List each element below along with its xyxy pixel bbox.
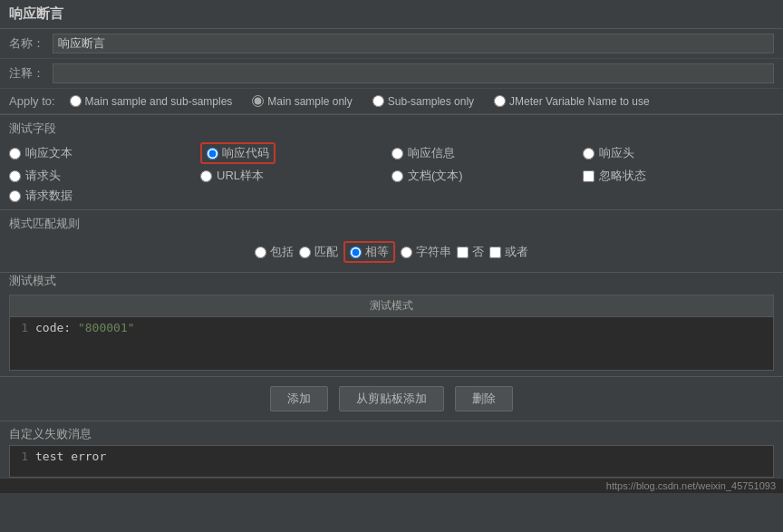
apply-jmeter-var-radio[interactable] [494,95,506,107]
custom-fail-section: 自定义失败消息 1 test error [0,421,783,478]
tf-ignore-status-label[interactable]: 忽略状态 [599,168,646,184]
pm-match-label[interactable]: 匹配 [314,244,338,260]
pm-includes-label[interactable]: 包括 [270,244,294,260]
tf-response-msg-radio[interactable] [392,148,403,160]
apply-sub-only-label[interactable]: Sub-samples only [388,95,474,108]
tf-url-sample-label[interactable]: URL样本 [217,168,264,184]
apply-main-sub: Main sample and sub-samples [70,95,233,108]
pm-or: 或者 [489,244,528,260]
tf-response-text-label[interactable]: 响应文本 [25,145,72,161]
pm-equals: 相等 [343,241,395,263]
tf-ignore-status-checkbox[interactable] [583,170,594,182]
tf-document-label[interactable]: 文档(文本) [408,168,463,184]
pm-equals-label[interactable]: 相等 [365,244,389,260]
line-content-string: "800001" [78,321,135,334]
pm-includes-radio[interactable] [255,247,266,258]
tf-request-data-label[interactable]: 请求数据 [25,188,72,204]
apply-jmeter-var-label[interactable]: JMeter Variable Name to use [509,95,650,108]
tf-response-header-radio[interactable] [583,148,594,160]
custom-fail-content-1: test error [35,450,106,463]
apply-to-label: Apply to: [9,94,55,108]
tf-response-text: 响应文本 [9,142,200,164]
tf-request-header-label[interactable]: 请求头 [25,168,61,184]
tf-response-msg: 响应信息 [392,142,583,164]
apply-jmeter-var: JMeter Variable Name to use [494,95,650,108]
pattern-match-title: 模式匹配规则 [9,216,774,232]
comment-label: 注释： [9,65,45,82]
apply-main-sub-radio[interactable] [70,95,82,107]
tf-ignore-status: 忽略状态 [583,168,774,184]
apply-to-row: Apply to: Main sample and sub-samples Ma… [0,89,783,114]
apply-main-only: Main sample only [252,95,352,108]
buttons-row: 添加 从剪贴板添加 删除 [0,376,783,421]
pm-equals-radio[interactable] [350,247,362,258]
tf-request-header: 请求头 [9,168,200,184]
pm-not-checkbox[interactable] [457,247,469,258]
tf-response-text-radio[interactable] [9,148,21,160]
pattern-match-section: 模式匹配规则 包括 匹配 相等 字符串 否 [0,209,783,272]
custom-fail-line-number-1: 1 [10,450,35,463]
comment-row: 注释： [0,59,783,89]
line-number-1: 1 [10,321,35,334]
test-field-row2: 请求头 URL样本 文档(文本) 忽略状态 [9,168,774,184]
custom-fail-line-1: 1 test error [10,450,773,463]
tf-response-code: 响应代码 [200,142,392,164]
pm-match-radio[interactable] [299,247,311,258]
test-field-row3: 请求数据 [9,188,774,204]
pm-string-label[interactable]: 字符串 [416,244,451,260]
custom-fail-title: 自定义失败消息 [0,421,783,445]
name-row: 名称： [0,29,783,59]
tf-url-sample: URL样本 [200,168,392,184]
tf-response-msg-label[interactable]: 响应信息 [408,145,455,161]
test-field-title: 测试字段 [9,121,774,137]
tf-request-header-radio[interactable] [9,170,21,182]
pm-not-label[interactable]: 否 [472,244,484,260]
test-mode-section: 测试模式 测试模式 1 code: "800001" [0,272,783,376]
custom-fail-editor: 1 test error [9,445,774,478]
tf-response-header-label[interactable]: 响应头 [599,145,634,161]
pm-match: 匹配 [299,244,338,260]
pattern-match-row: 包括 匹配 相等 字符串 否 或者 [9,237,774,266]
apply-main-only-radio[interactable] [252,95,264,107]
paste-button[interactable]: 从剪贴板添加 [339,386,444,411]
url-bar: https://blog.csdn.net/weixin_45751093 [0,478,783,493]
apply-sub-only: Sub-samples only [372,95,474,108]
test-mode-header: 测试模式 [9,295,774,316]
test-mode-line-1: 1 code: "800001" [10,321,773,334]
tf-request-data: 请求数据 [9,188,200,204]
delete-button[interactable]: 删除 [455,386,513,411]
name-input[interactable] [53,34,774,53]
apply-main-sub-label[interactable]: Main sample and sub-samples [85,95,233,108]
test-mode-title: 测试模式 [9,273,774,289]
pm-not: 否 [457,244,484,260]
line-content-1: code: "800001" [35,321,135,334]
pm-string: 字符串 [401,244,451,260]
tf-response-header: 响应头 [583,142,774,164]
tf-response-code-label[interactable]: 响应代码 [222,145,269,161]
tf-document: 文档(文本) [392,168,583,184]
apply-main-only-label[interactable]: Main sample only [267,95,352,108]
pm-or-checkbox[interactable] [489,247,501,258]
test-field-row1: 响应文本 响应代码 响应信息 响应头 [9,142,774,164]
main-panel: 响应断言 名称： 注释： Apply to: Main sample and s… [0,0,783,493]
tf-url-sample-radio[interactable] [200,170,212,182]
comment-input[interactable] [53,63,774,83]
pm-includes: 包括 [255,244,294,260]
apply-sub-only-radio[interactable] [372,95,384,107]
tf-response-code-highlight: 响应代码 [200,142,276,164]
test-mode-editor: 1 code: "800001" [9,316,774,371]
tf-request-data-radio[interactable] [9,190,21,202]
add-button[interactable]: 添加 [270,386,328,411]
pm-or-label[interactable]: 或者 [505,244,528,260]
panel-title: 响应断言 [0,0,783,29]
pm-equals-highlight: 相等 [343,241,395,263]
name-label: 名称： [9,35,45,52]
tf-document-radio[interactable] [392,170,403,182]
tf-response-code-radio[interactable] [207,148,218,160]
test-field-section: 测试字段 响应文本 响应代码 响应信息 响应头 [0,114,783,209]
pm-string-radio[interactable] [401,247,412,258]
